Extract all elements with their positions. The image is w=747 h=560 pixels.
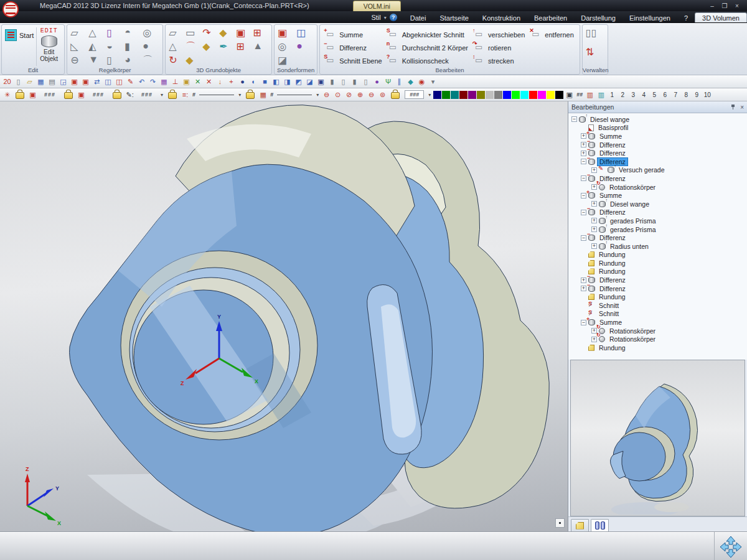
menu-bearbeiten[interactable]: Bearbeiten	[527, 13, 574, 22]
minimize-button[interactable]: –	[708, 2, 716, 9]
kaefig-icon[interactable]: ▣	[278, 27, 295, 40]
color-dropdown[interactable]: ▾	[426, 92, 433, 98]
tree-expander[interactable]	[581, 320, 586, 325]
keil-icon[interactable]: ◺	[70, 40, 87, 54]
panel-close-icon[interactable]: ×	[740, 104, 744, 111]
zoom-out-icon[interactable]: ⊖	[321, 90, 332, 100]
edit-objekt-button[interactable]: EDIT Edit Objekt	[36, 27, 61, 66]
view-back-icon[interactable]: ◪	[304, 77, 315, 87]
kuppel-icon[interactable]: ◒	[106, 40, 123, 54]
plot-file-icon[interactable]: ▣	[69, 77, 80, 87]
rohrbogen-icon[interactable]: ⌒	[143, 54, 159, 67]
color-hash-label[interactable]: ##	[575, 91, 584, 98]
menu-datei[interactable]: Datei	[403, 13, 433, 22]
swatch-magenta[interactable]	[538, 91, 546, 99]
tree-item[interactable]: Rotationskörper	[568, 183, 747, 192]
tree-item[interactable]: Summe	[568, 318, 747, 327]
fase-2-icon[interactable]: ◆	[202, 40, 218, 54]
tree-expander[interactable]	[591, 167, 597, 173]
menu-einstellungen[interactable]: Einstellungen	[622, 13, 677, 22]
raster-icon[interactable]: ▦	[159, 77, 169, 87]
measure-icon[interactable]: ⊥	[170, 77, 181, 87]
swatch-lime[interactable]	[512, 91, 520, 99]
torus-icon[interactable]: ◎	[143, 27, 159, 40]
structure-tree-icon[interactable]: Ψ	[383, 77, 393, 87]
tree-item[interactable]: Diesel wange	[568, 115, 747, 124]
solid-mode-icon[interactable]: ▮	[327, 77, 337, 87]
save-icon[interactable]: ▦	[35, 77, 46, 87]
lock-group-icon[interactable]	[64, 92, 73, 99]
snap-point-2-icon[interactable]: ✕	[204, 77, 214, 87]
tree-item[interactable]: Differenz	[568, 233, 747, 242]
hidden-line-icon[interactable]: ▮	[349, 77, 360, 87]
lock-color-icon[interactable]	[391, 92, 400, 99]
cylinder-pair-icon[interactable]: ∥	[394, 77, 405, 87]
zylinder-icon[interactable]: ▮	[125, 40, 141, 54]
redo-icon[interactable]: ↷	[148, 77, 158, 87]
tree-expander[interactable]	[591, 226, 597, 232]
swatch-maroon[interactable]	[459, 91, 467, 99]
platte-icon[interactable]: ▯	[106, 27, 123, 40]
hatch-hash-label[interactable]: #	[269, 91, 275, 98]
tree-item[interactable]: gerades Prisma	[568, 225, 747, 234]
pan-control[interactable]	[715, 532, 747, 560]
linetype-hash-label[interactable]: #	[191, 91, 197, 98]
tree-item[interactable]: Differenz	[568, 174, 747, 183]
tree-item[interactable]: Basisprofil	[568, 124, 747, 133]
pen-number-2[interactable]: 2	[618, 91, 627, 98]
tree-expander[interactable]	[581, 278, 586, 283]
strecken-button[interactable]: ↕ strecken	[474, 57, 525, 65]
pen-number-10[interactable]: 10	[702, 91, 712, 98]
abgeknickter-schnitt-button[interactable]: S Abgeknickter Schnitt	[388, 30, 468, 39]
volumes-tab[interactable]	[591, 519, 609, 531]
megacad-logo-icon[interactable]	[2, 1, 19, 17]
stift-icon[interactable]: ✒	[219, 40, 235, 54]
group-doc-icon[interactable]: ▣	[76, 90, 87, 100]
hatch-icon[interactable]: ▦	[258, 90, 268, 100]
hatch-dropdown[interactable]: ▾	[314, 92, 321, 98]
tree-expander[interactable]	[581, 142, 586, 147]
pen-width-2-icon[interactable]: ▥	[596, 90, 606, 100]
swatch-blue[interactable]	[503, 91, 511, 99]
schnitt-ebene-button[interactable]: S Schnitt Ebene	[326, 57, 382, 65]
rotations-koerper-icon[interactable]: ↻	[169, 54, 184, 67]
summe-button[interactable]: + Summe	[326, 30, 382, 39]
biegen-icon[interactable]: ↷	[202, 27, 218, 40]
swatch-teal[interactable]	[451, 91, 459, 99]
tree-expander[interactable]	[581, 210, 586, 215]
pen-dropdown[interactable]: ▾	[159, 92, 165, 98]
layer-field[interactable]: ###	[39, 91, 61, 98]
differenz-button[interactable]: − Differenz	[326, 44, 382, 52]
pen-number-3[interactable]: 3	[628, 91, 638, 98]
open-icon[interactable]: ▱	[24, 77, 35, 87]
scheibe-icon[interactable]: ⊖	[70, 54, 87, 67]
view-iso-icon[interactable]: ■	[260, 77, 270, 87]
viewport-3d[interactable]: Y Z X Z Y X	[0, 101, 568, 531]
pen-number-6[interactable]: 6	[660, 91, 670, 98]
new-drawing-icon[interactable]: ▯	[13, 77, 24, 87]
pen-number-7[interactable]: 7	[670, 91, 680, 98]
color-dialog-icon[interactable]: ▣	[564, 90, 575, 100]
viewport-icon[interactable]: ▣	[316, 77, 326, 87]
tree-item[interactable]: Rotationskörper	[568, 327, 747, 335]
tree-expander[interactable]	[591, 243, 597, 249]
tree-item[interactable]: Summe	[568, 132, 747, 141]
pen-number-1[interactable]: 1	[607, 91, 617, 98]
color-number-field[interactable]: ###	[405, 90, 424, 99]
kugel-icon[interactable]: ●	[143, 40, 159, 54]
pen-number-9[interactable]: 9	[692, 91, 702, 98]
swatch-gray[interactable]	[494, 91, 502, 99]
shading-mode-icon[interactable]: ◐	[248, 77, 259, 87]
tree-item[interactable]: gerades Prisma	[568, 217, 747, 225]
menu-3d-volumen[interactable]: 3D Volumen	[695, 12, 747, 22]
zoom-in-icon[interactable]: ⊕	[355, 90, 365, 100]
platte-breite-icon[interactable]: ▭	[186, 27, 201, 40]
verschieben-button[interactable]: ↑ verschieben	[474, 30, 525, 39]
zylinder-2-icon[interactable]: ▯	[106, 54, 123, 67]
scale-20-icon[interactable]: 20	[2, 77, 12, 87]
raster-koerper-icon[interactable]: ⊞	[253, 27, 268, 40]
tree-item[interactable]: Summe	[568, 191, 747, 200]
tree-expander[interactable]	[571, 116, 577, 122]
tree-expander[interactable]	[581, 151, 586, 156]
view-front-icon[interactable]: ◧	[271, 77, 281, 87]
